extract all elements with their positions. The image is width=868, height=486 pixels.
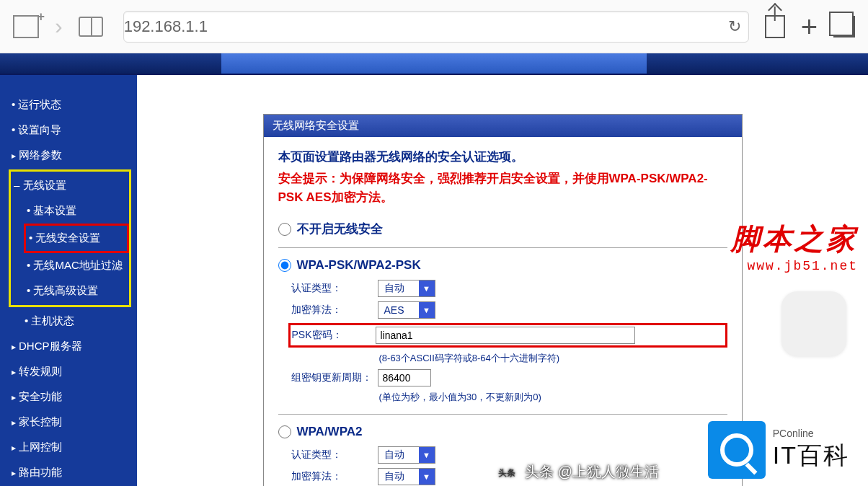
attribution: 头条 头条 @上犹人微生活 bbox=[0, 462, 688, 483]
app-icon[interactable]: + bbox=[13, 15, 39, 38]
label-enc: 加密算法： bbox=[291, 304, 378, 317]
radio-none[interactable] bbox=[278, 223, 291, 236]
radio-wpapsk[interactable] bbox=[278, 259, 291, 272]
sidebar-item[interactable]: – 无线设置 bbox=[11, 173, 129, 198]
sidebar-item[interactable]: ▸安全功能 bbox=[9, 384, 131, 410]
sidebar-item-active[interactable]: 无线安全设置 bbox=[24, 224, 129, 253]
bookmarks-icon[interactable] bbox=[79, 17, 103, 37]
sidebar: 运行状态 设置向导 ▸网络参数 – 无线设置 基本设置 无线安全设置 无线MAC… bbox=[0, 75, 137, 486]
reload-icon[interactable]: ↻ bbox=[728, 17, 741, 36]
panel-desc: 本页面设置路由器无线网络的安全认证选项。 bbox=[278, 149, 727, 165]
new-tab-icon[interactable]: + bbox=[801, 12, 818, 41]
url-text: 192.168.1.1 bbox=[124, 17, 208, 36]
select-auth[interactable]: 自动▼ bbox=[378, 280, 435, 297]
radio-wpa[interactable] bbox=[278, 425, 291, 438]
select-enc[interactable]: AES▼ bbox=[378, 301, 435, 319]
sidebar-item[interactable]: 无线MAC地址过滤 bbox=[24, 253, 129, 278]
highlight-group: – 无线设置 基本设置 无线安全设置 无线MAC地址过滤 无线高级设置 bbox=[9, 169, 131, 307]
radio-wpapsk-label: WPA-PSK/WPA2-PSK bbox=[297, 258, 421, 273]
select-auth2[interactable]: 自动▼ bbox=[378, 446, 435, 464]
sidebar-item[interactable]: 基本设置 bbox=[24, 198, 129, 224]
main-content: 无线网络安全设置 本页面设置路由器无线网络的安全认证选项。 安全提示：为保障网络… bbox=[137, 75, 868, 486]
sidebar-item[interactable]: 设置向导 bbox=[9, 118, 131, 143]
watermark-pconline: PConline IT百科 bbox=[708, 421, 849, 479]
sidebar-item[interactable]: ▸转发规则 bbox=[9, 359, 131, 384]
input-gk[interactable] bbox=[378, 369, 431, 386]
avatar-icon: 头条 bbox=[497, 463, 517, 483]
radio-none-label: 不开启无线安全 bbox=[297, 221, 383, 237]
panel-title: 无线网络安全设置 bbox=[264, 115, 742, 137]
sidebar-item[interactable]: 运行状态 bbox=[9, 92, 131, 118]
browser-toolbar: + › 192.168.1.1 ↻ + bbox=[0, 0, 868, 53]
watermark-jb51: 脚本之家 www.jb51.net bbox=[731, 219, 858, 273]
share-icon[interactable] bbox=[765, 15, 785, 38]
label-psk: PSK密码： bbox=[292, 329, 376, 342]
radio-wpa-label: WPA/WPA2 bbox=[297, 425, 363, 439]
input-psk[interactable] bbox=[376, 327, 635, 344]
hint-gk: (单位为秒，最小值为30，不更新则为0) bbox=[379, 391, 727, 404]
sidebar-item[interactable]: ▸DHCP服务器 bbox=[9, 334, 131, 359]
url-bar[interactable]: 192.168.1.1 ↻ bbox=[123, 11, 749, 43]
forward-icon[interactable]: › bbox=[55, 13, 63, 40]
label-auth2: 认证类型： bbox=[291, 449, 378, 461]
panel-warning: 安全提示：为保障网络安全，强烈推荐开启安全设置，并使用WPA-PSK/WPA2-… bbox=[278, 169, 727, 206]
sidebar-item[interactable]: ▸上网控制 bbox=[9, 435, 131, 460]
sidebar-item[interactable]: ▸家长控制 bbox=[9, 410, 131, 435]
settings-panel: 无线网络安全设置 本页面设置路由器无线网络的安全认证选项。 安全提示：为保障网络… bbox=[263, 114, 743, 486]
label-gk: 组密钥更新周期： bbox=[291, 371, 378, 384]
tabs-icon[interactable] bbox=[833, 16, 855, 37]
sidebar-item[interactable]: 无线高级设置 bbox=[24, 278, 129, 304]
hint-psk: (8-63个ASCII码字符或8-64个十六进制字符) bbox=[379, 352, 727, 365]
label-auth: 认证类型： bbox=[291, 282, 378, 295]
router-header bbox=[0, 53, 868, 75]
psk-highlight: PSK密码： bbox=[288, 323, 727, 348]
sidebar-item[interactable]: 主机状态 bbox=[22, 309, 131, 334]
floating-card bbox=[781, 291, 846, 356]
magnifier-icon bbox=[708, 421, 766, 479]
sidebar-item[interactable]: ▸网络参数 bbox=[9, 143, 131, 168]
